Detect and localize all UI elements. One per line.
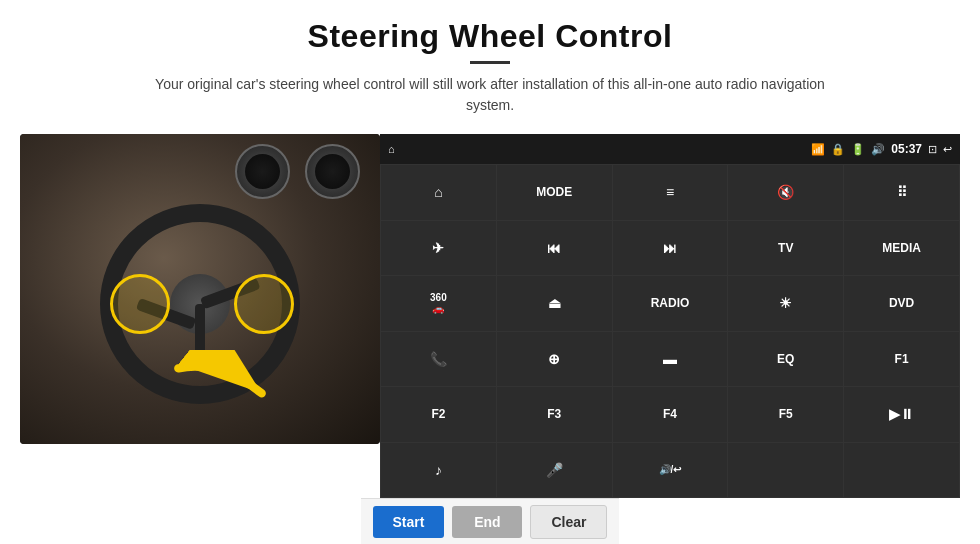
bluetooth-icon: 🔊	[871, 143, 885, 156]
screen-icon: ⊡	[928, 143, 937, 156]
btn-media[interactable]: MEDIA	[844, 221, 959, 276]
highlight-circle-right	[234, 274, 294, 334]
controls-grid: ⌂ MODE ≡ 🔇 ⠿ ✈ ⏮	[380, 164, 960, 498]
f2-label: F2	[431, 407, 445, 421]
btn-f2[interactable]: F2	[381, 387, 496, 442]
media-label: MEDIA	[882, 241, 921, 255]
status-time: 05:37	[891, 142, 922, 156]
btn-apps[interactable]: ⠿	[844, 165, 959, 220]
btn-call[interactable]: 🔊/↩	[613, 443, 728, 498]
header-section: Steering Wheel Control Your original car…	[0, 0, 980, 124]
btn-radio[interactable]: RADIO	[613, 276, 728, 331]
page-wrapper: Steering Wheel Control Your original car…	[0, 0, 980, 544]
btn-brightness[interactable]: ☀	[728, 276, 843, 331]
page-title: Steering Wheel Control	[60, 18, 920, 55]
status-bar: ⌂ 📶 🔒 🔋 🔊 05:37 ⊡ ↩	[380, 134, 960, 164]
mute-icon: 🔇	[777, 184, 794, 200]
btn-phone[interactable]: 📞	[381, 332, 496, 387]
btn-nav2[interactable]: ⊕	[497, 332, 612, 387]
battery-icon: 🔋	[851, 143, 865, 156]
btn-music[interactable]: ♪	[381, 443, 496, 498]
send-icon: ✈	[432, 240, 444, 256]
btn-f3[interactable]: F3	[497, 387, 612, 442]
playpause-icon: ▶⏸	[889, 406, 914, 422]
btn-list[interactable]: ≡	[613, 165, 728, 220]
btn-dvd[interactable]: DVD	[844, 276, 959, 331]
btn-empty2	[844, 443, 959, 498]
btn-f5[interactable]: F5	[728, 387, 843, 442]
eject-icon: ⏏	[548, 295, 561, 311]
status-left: ⌂	[388, 143, 395, 155]
gauge-right	[305, 144, 360, 199]
gauge-left	[235, 144, 290, 199]
yellow-arrow	[170, 350, 270, 424]
control-panel: ⌂ 📶 🔒 🔋 🔊 05:37 ⊡ ↩ ⌂	[380, 134, 960, 498]
btn-f4[interactable]: F4	[613, 387, 728, 442]
f5-label: F5	[779, 407, 793, 421]
mode-label: MODE	[536, 185, 572, 199]
btn-home[interactable]: ⌂	[381, 165, 496, 220]
start-button[interactable]: Start	[373, 506, 445, 538]
radio-label: RADIO	[651, 296, 690, 310]
btn-next[interactable]: ⏭	[613, 221, 728, 276]
steering-wheel-bg	[20, 134, 380, 444]
music-icon: ♪	[435, 462, 442, 478]
apps-icon: ⠿	[897, 184, 907, 200]
rect-icon: ▬	[663, 351, 677, 367]
eq-label: EQ	[777, 352, 794, 366]
dashboard-gauges	[235, 144, 360, 199]
home-icon: ⌂	[434, 184, 442, 200]
btn-rect[interactable]: ▬	[613, 332, 728, 387]
btn-tv[interactable]: TV	[728, 221, 843, 276]
nav2-icon: ⊕	[548, 351, 560, 367]
btn-mic[interactable]: 🎤	[497, 443, 612, 498]
list-icon: ≡	[666, 184, 674, 200]
dvd-label: DVD	[889, 296, 914, 310]
btn-playpause[interactable]: ▶⏸	[844, 387, 959, 442]
end-button[interactable]: End	[452, 506, 522, 538]
bottom-bar: Start End Clear	[361, 498, 620, 544]
wifi-icon: 📶	[811, 143, 825, 156]
f1-label: F1	[895, 352, 909, 366]
360-label: 360🚗	[430, 292, 447, 314]
highlight-circle-left	[110, 274, 170, 334]
next-icon: ⏭	[663, 240, 677, 256]
btn-eject[interactable]: ⏏	[497, 276, 612, 331]
call-icon: 🔊/↩	[659, 464, 682, 475]
content-area: ⌂ 📶 🔒 🔋 🔊 05:37 ⊡ ↩ ⌂	[0, 134, 980, 498]
lock-icon: 🔒	[831, 143, 845, 156]
btn-eq[interactable]: EQ	[728, 332, 843, 387]
clear-button[interactable]: Clear	[530, 505, 607, 539]
gauge-left-inner	[245, 154, 280, 189]
f4-label: F4	[663, 407, 677, 421]
title-divider	[470, 61, 510, 64]
btn-mode[interactable]: MODE	[497, 165, 612, 220]
car-image-container	[20, 134, 380, 444]
subtitle-text: Your original car's steering wheel contr…	[150, 74, 830, 116]
phone-icon: 📞	[430, 351, 447, 367]
f3-label: F3	[547, 407, 561, 421]
mic-icon: 🎤	[546, 462, 563, 478]
btn-send[interactable]: ✈	[381, 221, 496, 276]
btn-360[interactable]: 360🚗	[381, 276, 496, 331]
back-icon: ↩	[943, 143, 952, 156]
btn-empty1	[728, 443, 843, 498]
tv-label: TV	[778, 241, 793, 255]
gauge-right-inner	[315, 154, 350, 189]
btn-mute[interactable]: 🔇	[728, 165, 843, 220]
arrow-svg	[170, 350, 270, 420]
brightness-icon: ☀	[779, 295, 792, 311]
home-status-icon: ⌂	[388, 143, 395, 155]
btn-prev[interactable]: ⏮	[497, 221, 612, 276]
btn-f1[interactable]: F1	[844, 332, 959, 387]
prev-icon: ⏮	[547, 240, 561, 256]
status-right: 📶 🔒 🔋 🔊 05:37 ⊡ ↩	[811, 142, 952, 156]
